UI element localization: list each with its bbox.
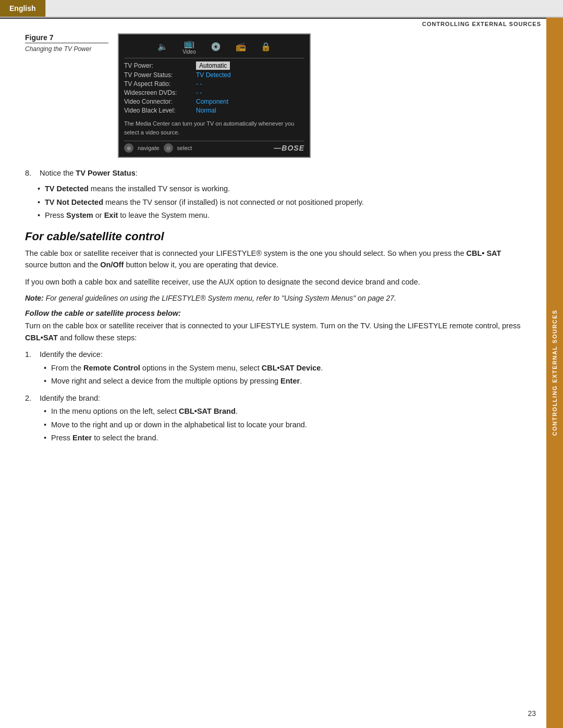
navigate-icon: ⊕	[124, 143, 133, 153]
cbl-sat-bold2: CBL•SAT	[25, 334, 58, 342]
step8-text: Notice the TV Power Status:	[40, 167, 138, 179]
english-tab-label: English	[9, 4, 36, 13]
step2-text: Identify the brand:	[40, 394, 100, 402]
tv-detected-bold: TV Detected	[45, 184, 89, 193]
para2: If you own both a cable box and satellit…	[25, 276, 521, 288]
step2-num: 2.	[25, 392, 35, 447]
video-icon: 📺	[184, 39, 194, 48]
tv-divider	[124, 58, 304, 58]
tv-power-status-value: TV Detected	[196, 71, 231, 79]
tuner-icon: 📻	[236, 42, 246, 52]
header-title: Controlling External Sources	[422, 21, 541, 27]
figure-caption: Changing the TV Power	[25, 45, 108, 53]
tv-aspect-label: TV Aspect Ratio:	[124, 80, 192, 88]
step2: 2. Identify the brand: In the menu optio…	[25, 392, 521, 447]
figure-section: Figure 7 Changing the TV Power 🔈 📺 Video…	[25, 33, 521, 158]
tv-icon-cd: 💿	[211, 42, 221, 52]
step2-content: Identify the brand: In the menu options …	[40, 392, 307, 447]
step1-bullet1: From the Remote Control options in the S…	[44, 362, 323, 374]
step8-block: 8. Notice the TV Power Status: TV Detect…	[25, 167, 516, 221]
select-label: select	[177, 145, 192, 151]
tv-connector-value: Component	[196, 98, 228, 105]
tv-icon-lock: 🔒	[261, 42, 271, 52]
tv-icon-volume: 🔈	[157, 42, 168, 52]
tv-menu-row-2: TV Aspect Ratio: - -	[124, 80, 304, 88]
video-label: Video	[182, 49, 195, 55]
tv-power-label: TV Power:	[124, 62, 192, 69]
sidebar-label: Controlling External Sources	[552, 310, 558, 436]
tv-info-text: The Media Center can turn your TV on aut…	[124, 119, 304, 137]
figure-label-col: Figure 7 Changing the TV Power	[25, 33, 108, 158]
step1-content: Identify the device: From the Remote Con…	[40, 349, 323, 390]
tv-aspect-value: - -	[196, 80, 202, 88]
tv-icons-row: 🔈 📺 Video 💿 📻 🔒	[124, 39, 304, 56]
tv-widescreen-value: - -	[196, 89, 202, 96]
exit-bold: Exit	[104, 211, 118, 219]
step8-item: 8. Notice the TV Power Status:	[25, 167, 516, 179]
step2-bullet2: Move to the right and up or down in the …	[44, 419, 307, 430]
para1: The cable box or satellite receiver that…	[25, 248, 521, 271]
select-icon: ⊙	[164, 143, 173, 153]
note-text: Note: For general guidelines on using th…	[25, 293, 521, 304]
step2-bullet1: In the menu options on the left, select …	[44, 405, 307, 417]
section-heading: For cable/satellite control	[25, 230, 521, 243]
cbl-sat-device-bold: CBL•SAT Device	[262, 364, 321, 372]
figure-label: Figure 7	[25, 33, 108, 43]
tv-widescreen-label: Widescreen DVDs:	[124, 89, 192, 96]
step2-bullet3: Press Enter to select the brand.	[44, 432, 307, 443]
right-sidebar: Controlling External Sources	[546, 18, 563, 728]
header-line: Controlling External Sources	[0, 18, 546, 28]
sub-heading: Follow the cable or satellite process be…	[25, 309, 521, 317]
volume-icon: 🔈	[157, 42, 168, 52]
tv-nav-group: ⊕ navigate ⊙ select	[124, 143, 192, 153]
tv-black-level-label: Video Black Level:	[124, 107, 192, 114]
page-number: 23	[528, 709, 536, 718]
english-tab[interactable]: English	[0, 0, 46, 17]
step2-bullets: In the menu options on the left, select …	[44, 405, 307, 443]
tv-not-detected-bold: TV Not Detected	[45, 198, 103, 206]
navigate-label: navigate	[138, 145, 160, 151]
tv-power-status-label: TV Power Status:	[124, 71, 192, 79]
bose-logo: —BOSE	[274, 144, 304, 152]
bullet-tv-detected: TV Detected means the installed TV senso…	[38, 183, 516, 194]
cbl-sat-bold: CBL• SAT	[466, 249, 501, 257]
step1: 1. Identify the device: From the Remote …	[25, 349, 521, 390]
step8-bullets: TV Detected means the installed TV senso…	[38, 183, 516, 221]
step1-bullet2: Move right and select a device from the …	[44, 375, 323, 387]
tv-menu-row-3: Widescreen DVDs: - -	[124, 89, 304, 96]
tv-menu-row-5: Video Black Level: Normal	[124, 107, 304, 114]
enter-bold2: Enter	[72, 434, 92, 442]
enter-bold1: Enter	[280, 377, 300, 385]
tv-icon-video-col: 📺 Video	[182, 39, 195, 55]
page-footer: 23	[0, 709, 546, 718]
tv-menu-row-4: Video Connector: Component	[124, 98, 304, 105]
cbl-sat-brand-bold: CBL•SAT Brand	[179, 407, 236, 415]
tv-black-level-value: Normal	[196, 107, 216, 114]
tv-menu-row-1: TV Power Status: TV Detected	[124, 71, 304, 79]
tv-menu-row-0: TV Power: Automatic	[124, 61, 304, 70]
tv-screen: 🔈 📺 Video 💿 📻 🔒 TV Power:	[118, 33, 311, 158]
step8-bold: TV Power Status	[76, 169, 135, 177]
step1-num: 1.	[25, 349, 35, 390]
step8-list: 8. Notice the TV Power Status:	[25, 167, 516, 179]
tab-bar: English	[0, 0, 563, 18]
main-content: Figure 7 Changing the TV Power 🔈 📺 Video…	[0, 28, 546, 465]
lock-icon: 🔒	[261, 42, 271, 52]
remote-control-bold: Remote Control	[83, 364, 140, 372]
note-bold: Note:	[25, 294, 44, 302]
tv-footer: ⊕ navigate ⊙ select —BOSE	[124, 141, 304, 153]
bullet-press-system: Press System or Exit to leave the System…	[38, 209, 516, 221]
process-para: Turn on the cable box or satellite recei…	[25, 320, 521, 343]
system-bold: System	[66, 211, 93, 219]
tv-connector-label: Video Connector:	[124, 98, 192, 105]
steps-list: 1. Identify the device: From the Remote …	[25, 349, 521, 447]
tv-power-value: Automatic	[196, 61, 230, 70]
step8-num: 8.	[25, 167, 35, 179]
step1-bullets: From the Remote Control options in the S…	[44, 362, 323, 387]
on-off-bold: On/Off	[100, 261, 124, 269]
bullet-tv-not-detected: TV Not Detected means the TV sensor (if …	[38, 196, 516, 208]
step1-text: Identify the device:	[40, 350, 103, 359]
tv-icon-tuner: 📻	[236, 42, 246, 52]
cd-icon: 💿	[211, 42, 221, 52]
